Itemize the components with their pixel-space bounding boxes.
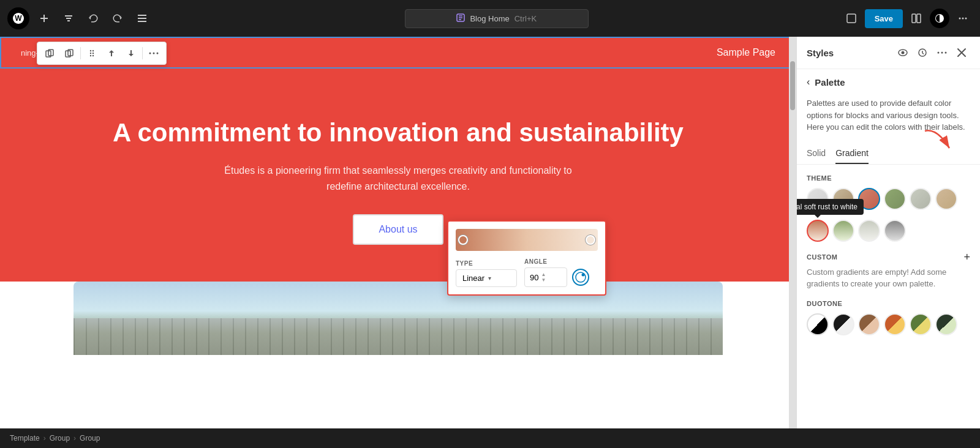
duotone-grid xyxy=(807,313,970,335)
swatch-tooltip: Vertical soft rust to white xyxy=(796,199,864,215)
svg-point-23 xyxy=(92,55,94,56)
svg-point-21 xyxy=(92,53,94,54)
theme-swatch-6[interactable] xyxy=(935,188,957,210)
angle-circle-button[interactable] xyxy=(572,269,589,286)
more-options-button[interactable] xyxy=(953,9,973,28)
block-move-down[interactable] xyxy=(123,45,140,62)
svg-rect-4 xyxy=(138,15,146,16)
dark-mode-button[interactable] xyxy=(930,9,949,28)
add-block-button[interactable] xyxy=(34,9,54,28)
custom-add-button[interactable]: + xyxy=(963,252,970,263)
toolbar-center: Blog Home Ctrl+K xyxy=(157,9,837,28)
layout-button[interactable] xyxy=(907,9,926,28)
canvas-scrollbar[interactable] xyxy=(789,37,796,428)
breadcrumb-template[interactable]: Template xyxy=(10,434,40,442)
svg-marker-25 xyxy=(129,50,134,56)
tools-button[interactable] xyxy=(59,9,78,28)
panel-header: Styles xyxy=(797,37,980,69)
svg-marker-24 xyxy=(109,50,114,56)
theme-gradient-swatch-4[interactable] xyxy=(884,220,906,242)
svg-point-18 xyxy=(90,50,91,51)
angle-control-group: ANGLE 90 ▲ ▼ xyxy=(524,258,589,287)
styles-history-button[interactable] xyxy=(914,44,931,61)
svg-rect-10 xyxy=(917,14,921,23)
svg-point-13 xyxy=(965,18,967,20)
gradient-handle-left[interactable] xyxy=(458,235,468,245)
breadcrumb-sep-1: › xyxy=(43,434,46,442)
sample-page-link[interactable]: Sample Page xyxy=(717,47,775,58)
block-duplicate-button[interactable] xyxy=(61,45,78,62)
svg-rect-9 xyxy=(912,14,916,23)
styles-close-button[interactable] xyxy=(953,44,970,61)
block-drag-handle[interactable] xyxy=(83,45,100,62)
block-toolbar xyxy=(37,42,167,65)
svg-rect-6 xyxy=(138,21,146,22)
gradient-angle-input[interactable]: 90 ▲ ▼ xyxy=(524,267,567,287)
breadcrumb-group-1[interactable]: Group xyxy=(50,434,70,442)
theme-swatch-4[interactable] xyxy=(884,188,906,210)
theme-gradient-swatch-3[interactable] xyxy=(858,220,880,242)
wp-logo-icon[interactable]: W xyxy=(7,7,29,29)
chevron-down-icon: ▾ xyxy=(488,275,491,282)
block-copy-button[interactable] xyxy=(41,45,58,62)
palette-back-label: Palette xyxy=(815,77,845,88)
palette-back-nav[interactable]: ‹ Palette xyxy=(797,69,980,95)
red-arrow-annotation xyxy=(919,125,956,158)
custom-empty-text: Custom gradients are empty! Add some gra… xyxy=(807,266,970,290)
block-more-options[interactable] xyxy=(145,45,162,62)
svg-rect-8 xyxy=(847,14,856,23)
duotone-title: DUOTONE xyxy=(807,300,970,307)
svg-point-28 xyxy=(157,53,159,54)
breadcrumb-bar: Template › Group › Group xyxy=(0,428,980,448)
duotone-swatch-3[interactable] xyxy=(858,313,880,335)
url-bar[interactable]: Blog Home Ctrl+K xyxy=(405,9,589,28)
toolbar-divider-2 xyxy=(142,47,143,59)
hero-button[interactable]: About us xyxy=(353,214,443,245)
breadcrumb-sep-2: › xyxy=(74,434,76,442)
styles-eye-button[interactable] xyxy=(894,44,911,61)
page-icon xyxy=(456,13,465,24)
block-move-up[interactable] xyxy=(103,45,120,62)
theme-section-title: THEME xyxy=(797,174,980,182)
svg-point-26 xyxy=(149,53,151,54)
svg-point-32 xyxy=(902,51,905,54)
theme-gradient-swatch-2[interactable] xyxy=(832,220,854,242)
url-bar-text: Blog Home xyxy=(470,14,509,23)
redo-button[interactable] xyxy=(108,9,127,28)
canvas-area[interactable]: ning-bb7c24.instawp.xyz Sample Page A co… xyxy=(0,37,796,428)
list-view-button[interactable] xyxy=(132,9,152,28)
building-structure xyxy=(74,318,723,355)
undo-button[interactable] xyxy=(83,9,103,28)
duotone-swatch-6[interactable] xyxy=(935,313,957,335)
svg-point-35 xyxy=(941,52,943,54)
svg-point-19 xyxy=(92,50,94,51)
hero-subtitle: Études is a pioneering firm that seamles… xyxy=(221,163,576,194)
svg-point-27 xyxy=(153,53,155,54)
theme-swatch-5[interactable] xyxy=(910,188,932,210)
scrollbar-thumb[interactable] xyxy=(790,61,795,110)
angle-spinners[interactable]: ▲ ▼ xyxy=(541,272,546,283)
svg-text:W: W xyxy=(15,14,22,23)
custom-section-header: CUSTOM + xyxy=(807,252,970,263)
duotone-swatch-5[interactable] xyxy=(910,313,932,335)
bottom-section xyxy=(0,282,796,355)
styles-more-button[interactable] xyxy=(933,44,951,61)
duotone-swatch-1[interactable] xyxy=(807,313,829,335)
custom-section-title: CUSTOM xyxy=(807,253,837,261)
duotone-section: DUOTONE xyxy=(797,300,980,335)
duotone-swatch-4[interactable] xyxy=(884,313,906,335)
duotone-swatch-2[interactable] xyxy=(832,313,854,335)
theme-gradient-swatch-1[interactable]: Vertical soft rust to white xyxy=(807,220,829,242)
url-bar-shortcut: Ctrl+K xyxy=(514,14,537,23)
breadcrumb-group-2[interactable]: Group xyxy=(80,434,100,442)
tab-solid[interactable]: Solid xyxy=(807,143,826,164)
theme-swatches-row2: Vertical soft rust to white xyxy=(797,220,980,242)
toolbar-divider xyxy=(80,47,81,59)
save-button[interactable]: Save xyxy=(865,9,903,28)
tab-gradient[interactable]: Gradient xyxy=(835,143,869,164)
gradient-handle-right[interactable] xyxy=(586,235,595,245)
type-control-group: TYPE Linear ▾ xyxy=(456,260,517,287)
gradient-preview-bar[interactable] xyxy=(456,229,598,251)
gradient-type-select[interactable]: Linear ▾ xyxy=(456,269,517,287)
view-button[interactable] xyxy=(842,9,861,28)
